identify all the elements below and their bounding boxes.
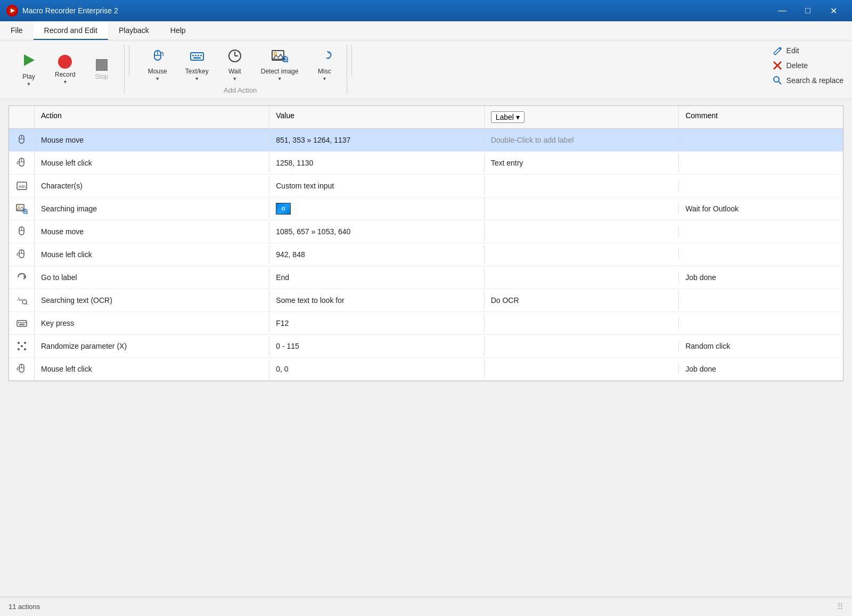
row-value-3: Custom text input: [269, 176, 484, 195]
stop-button[interactable]: Stop: [86, 55, 118, 84]
col-header-label: Label ▾: [485, 106, 679, 128]
row-icon-5: [9, 220, 35, 243]
menu-bar: File Record and Edit Playback Help: [0, 21, 852, 40]
search-replace-button[interactable]: Search & replace: [771, 75, 846, 86]
row-value-10: 0 - 115: [269, 336, 484, 356]
col-header-action: Action: [35, 106, 269, 128]
table-row[interactable]: ABI Character(s) Custom text input: [9, 175, 843, 198]
play-button[interactable]: Play ▼: [13, 48, 45, 91]
row-comment-3: [679, 180, 843, 191]
mouse-label: Mouse: [148, 68, 167, 75]
wait-button[interactable]: Wait ▼: [219, 45, 251, 85]
menu-help[interactable]: Help: [160, 21, 196, 40]
detect-image-button[interactable]: Detect image ▼: [253, 45, 307, 85]
row-icon-4: [9, 198, 35, 220]
app-title: Macro Recorder Enterprise 2: [22, 6, 766, 15]
row-label-7: [485, 272, 679, 283]
row-comment-2: [679, 158, 843, 168]
svg-point-56: [24, 342, 26, 344]
svg-point-54: [18, 342, 20, 344]
row-icon-11: [9, 358, 35, 380]
table-row[interactable]: Aa Searching text (OCR) Some text to loo…: [9, 289, 843, 312]
svg-rect-53: [19, 324, 24, 325]
menu-playback[interactable]: Playback: [108, 21, 160, 40]
col-header-comment: Comment: [679, 106, 843, 128]
row-label-1[interactable]: Double-Click to add label: [485, 130, 679, 150]
row-value-4: O: [269, 198, 484, 220]
table-row[interactable]: Mouse left click 0, 0 Job done: [9, 358, 843, 381]
table-row[interactable]: Mouse move 1085, 657 » 1053, 640: [9, 220, 843, 243]
row-label-4: [485, 203, 679, 214]
edit-label: Edit: [787, 46, 799, 55]
search-replace-icon: [773, 76, 782, 85]
row-comment-1: [679, 135, 843, 145]
table-row[interactable]: Mouse left click 1258, 1130 Text entry: [9, 152, 843, 175]
row-value-7: End: [269, 268, 484, 287]
svg-point-58: [24, 348, 26, 350]
delete-button[interactable]: Delete: [771, 60, 846, 71]
svg-rect-6: [191, 53, 203, 60]
row-label-3: [485, 180, 679, 191]
svg-point-55: [21, 345, 23, 347]
row-value-9: F12: [269, 314, 484, 333]
row-action-3: Character(s): [35, 176, 269, 195]
row-label-5: [485, 226, 679, 237]
keyboard-icon: [190, 48, 204, 65]
maximize-button[interactable]: □: [796, 0, 820, 21]
wait-arrow: ▼: [232, 76, 237, 81]
misc-label: Misc: [318, 68, 331, 75]
main-content: Action Value Label ▾ Comment Mouse move …: [9, 105, 843, 381]
textkey-button[interactable]: Text/key ▼: [177, 45, 217, 85]
window-controls: — □ ✕: [770, 0, 846, 21]
svg-rect-51: [22, 322, 24, 323]
svg-rect-49: [18, 322, 20, 323]
close-button[interactable]: ✕: [821, 0, 846, 21]
row-comment-5: [679, 226, 843, 237]
play-icon: [21, 52, 37, 71]
table-row[interactable]: Searching image O Wait for Outlook: [9, 198, 843, 220]
table-row[interactable]: Randomize parameter (X) 0 - 115 Random c…: [9, 335, 843, 358]
table-row[interactable]: Key press F12: [9, 312, 843, 335]
svg-point-16: [274, 53, 277, 55]
row-comment-8: [679, 295, 843, 306]
play-arrow: ▼: [27, 81, 31, 87]
grip-icon: ⠿: [837, 602, 843, 612]
row-action-9: Key press: [35, 314, 269, 333]
row-value-6: 942, 848: [269, 245, 484, 264]
toolbar-separator-2: [351, 45, 352, 77]
misc-arrow: ▼: [322, 76, 327, 81]
delete-icon: [773, 61, 782, 70]
menu-record-edit[interactable]: Record and Edit: [34, 21, 108, 40]
svg-text:Aa: Aa: [17, 297, 22, 302]
textkey-label: Text/key: [185, 68, 209, 75]
row-label-10: [485, 341, 679, 351]
label-dropdown[interactable]: Label ▾: [491, 111, 525, 123]
row-comment-6: [679, 249, 843, 260]
table-row[interactable]: Mouse left click 942, 848: [9, 243, 843, 266]
mouse-button[interactable]: Mouse ▼: [140, 45, 175, 85]
wait-icon: [227, 48, 242, 65]
record-button[interactable]: Record ▼: [47, 51, 84, 88]
table-header: Action Value Label ▾ Comment: [9, 106, 843, 129]
misc-button[interactable]: Misc ▼: [308, 45, 340, 85]
row-comment-4: Wait for Outlook: [679, 199, 843, 218]
toolbar-playback-group: Play ▼ Record ▼ Stop: [6, 45, 125, 94]
row-value-8: Some text to look for: [269, 291, 484, 310]
svg-rect-11: [193, 58, 201, 59]
edit-button[interactable]: Edit: [771, 45, 846, 56]
detect-image-label: Detect image: [261, 68, 299, 75]
mouse-icon: [150, 48, 165, 65]
svg-rect-52: [24, 322, 26, 323]
play-label: Play: [22, 73, 35, 80]
minimize-button[interactable]: —: [770, 0, 794, 21]
status-text: 11 actions: [9, 603, 40, 611]
menu-file[interactable]: File: [0, 21, 34, 40]
toolbar-right: Edit Delete Search & replace: [760, 45, 846, 94]
record-arrow: ▼: [63, 79, 68, 85]
record-icon: [58, 55, 72, 69]
table-row[interactable]: Go to label End Job done: [9, 266, 843, 289]
table-row[interactable]: Mouse move 851, 353 » 1264, 1137 Double-…: [9, 129, 843, 152]
svg-text:ABI: ABI: [19, 184, 26, 189]
svg-line-24: [779, 81, 781, 84]
row-action-10: Randomize parameter (X): [35, 336, 269, 356]
